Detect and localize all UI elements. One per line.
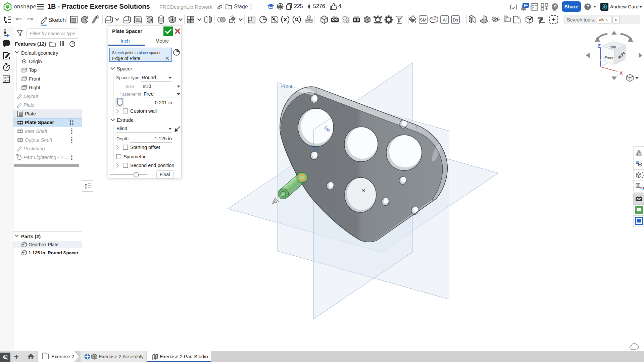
svg-text:Starting offset: Starting offset — [130, 145, 160, 150]
svg-text:X: X — [620, 70, 623, 76]
svg-text:(x): (x) — [640, 186, 644, 190]
svg-text:Z: Z — [598, 43, 601, 49]
svg-text:Inter Shaft: Inter Shaft — [25, 128, 48, 134]
svg-text:Plate: Plate — [23, 102, 35, 108]
svg-text:9+: 9+ — [524, 3, 528, 7]
svg-text:Ds: Ds — [453, 17, 458, 22]
svg-text:Front: Front — [281, 84, 292, 89]
svg-text:Edge of Plate: Edge of Plate — [112, 56, 140, 61]
svg-text:Spacer: Spacer — [117, 66, 132, 71]
svg-text:Inch: Inch — [120, 38, 130, 44]
svg-text:Part Lightening - ? ...: Part Lightening - ? ... — [23, 155, 69, 160]
svg-text:Spacer type: Spacer type — [116, 75, 139, 80]
svg-text:Front: Front — [29, 76, 40, 82]
svg-text:Final: Final — [160, 172, 170, 177]
svg-text:Exercise 2 Part Studio: Exercise 2 Part Studio — [160, 354, 208, 359]
svg-text:#10: #10 — [143, 84, 151, 89]
svg-text:Exercise 2: Exercise 2 — [51, 354, 74, 359]
svg-text:Round: Round — [142, 75, 156, 80]
svg-text:Extrude: Extrude — [117, 117, 134, 123]
svg-text:Right: Right — [29, 85, 40, 90]
svg-text:0.201 in: 0.201 in — [155, 100, 172, 105]
svg-text:Layout: Layout — [23, 94, 39, 99]
svg-text:Default geometry: Default geometry — [21, 50, 58, 56]
svg-text:Plate Spacer: Plate Spacer — [112, 28, 142, 34]
svg-text:Depth: Depth — [116, 136, 129, 141]
svg-text:Parts (2): Parts (2) — [21, 234, 41, 239]
svg-text:WCP: WCP — [354, 16, 359, 18]
svg-text:alt/⌥: alt/⌥ — [599, 17, 609, 22]
svg-text:Sketch point to place spacer: Sketch point to place spacer — [112, 51, 161, 55]
svg-text:Custom wall: Custom wall — [130, 108, 157, 114]
svg-text:Size: Size — [126, 84, 134, 89]
svg-text:Plate Spacer: Plate Spacer — [25, 120, 54, 125]
svg-text:Origin: Origin — [29, 59, 42, 64]
svg-text:SM: SM — [420, 17, 427, 22]
svg-text:Top: Top — [29, 67, 37, 73]
svg-text:Front: Front — [604, 55, 614, 60]
svg-text:Gearbox Plate: Gearbox Plate — [29, 242, 59, 247]
svg-text:Output Shaft: Output Shaft — [25, 137, 52, 143]
svg-text:Search tools…: Search tools… — [567, 17, 599, 22]
svg-text:Free: Free — [144, 91, 154, 97]
svg-text:Blind: Blind — [116, 126, 127, 131]
svg-text:?: ? — [586, 4, 589, 9]
svg-text:Ai: Ai — [443, 17, 447, 22]
svg-text:Pocketing: Pocketing — [23, 146, 45, 151]
svg-text:Symmetric: Symmetric — [123, 154, 146, 159]
svg-text:Exercise 2 Assembly: Exercise 2 Assembly — [99, 354, 144, 359]
svg-text:1.125 In. Round Spacer: 1.125 In. Round Spacer — [29, 250, 79, 255]
svg-text:Sketch: Sketch — [48, 17, 66, 23]
svg-text:1.125 in: 1.125 in — [154, 136, 172, 141]
svg-text:Metric: Metric — [155, 38, 168, 44]
svg-text:Second end position: Second end position — [130, 163, 174, 168]
svg-text:WCP: WCP — [333, 16, 337, 18]
svg-text:Plate: Plate — [25, 111, 36, 116]
svg-text:Fastener fit: Fastener fit — [119, 92, 141, 97]
svg-text:c: c — [615, 17, 617, 22]
